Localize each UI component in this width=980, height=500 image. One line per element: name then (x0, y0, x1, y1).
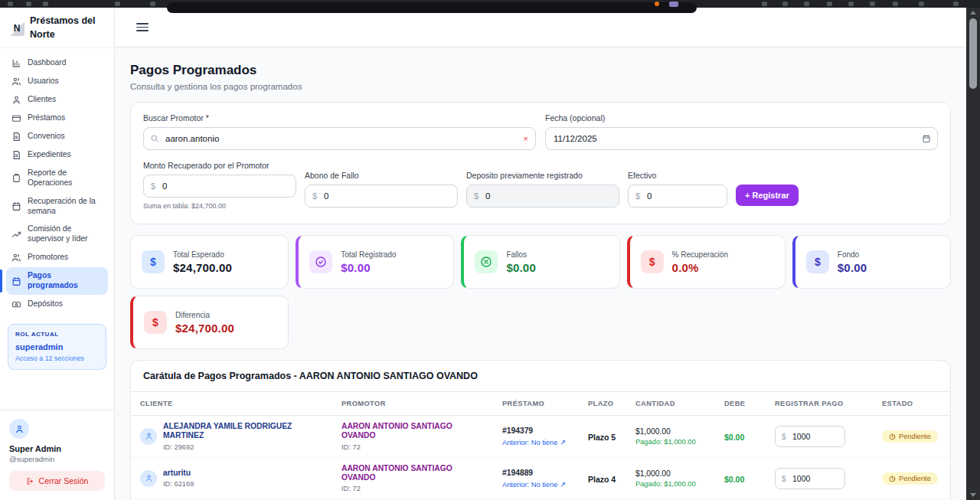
sidebar-item-pagos-programados[interactable]: Pagos programados (6, 267, 108, 295)
hamburger-menu-icon[interactable] (136, 21, 149, 34)
sidebar-item-label: Recuperación de la semana (28, 197, 103, 217)
dollar-icon: $ (142, 250, 165, 273)
stat-card-fallos: Fallos $0.00 (461, 235, 619, 289)
date-label: Fecha (opcional) (545, 113, 938, 123)
browser-icon[interactable] (8, 2, 13, 6)
page-content: Pagos Programados Consulta y gestiona lo… (115, 47, 966, 500)
clipboard-icon (11, 173, 21, 183)
payments-table: CLIENTE PROMOTOR PRÉSTAMO PLAZO CANTIDAD… (131, 392, 950, 500)
app-topbar (115, 8, 966, 47)
logout-icon (26, 477, 34, 485)
browser-icon[interactable] (919, 2, 924, 6)
previous-loan-link[interactable]: Anterior: No tiene ↗ (502, 480, 570, 489)
sidebar-item-depositos[interactable]: Depósitos (6, 296, 108, 313)
stat-card-diferencia: $ Diferencia $24,700.00 (130, 296, 289, 349)
avatar (9, 419, 29, 439)
status-label: Pendiente (899, 433, 931, 440)
browser-icon[interactable] (150, 2, 155, 6)
user-icon (11, 95, 21, 105)
browser-icon[interactable] (870, 2, 875, 6)
browser-icon[interactable] (115, 2, 120, 6)
previous-loan-link[interactable]: Anterior: No tiene ↗ (502, 438, 570, 446)
client-id: ID: 29692 (163, 443, 323, 451)
sidebar-item-clientes[interactable]: Clientes (6, 91, 108, 109)
profile-icon[interactable] (669, 2, 678, 7)
browser-icon[interactable] (893, 2, 898, 6)
sidebar-item-comision[interactable]: Comisión de supervisor y líder (6, 221, 108, 248)
promoter-id: ID: 72 (341, 485, 484, 492)
stat-label: Total Registrado (341, 250, 396, 259)
logo-text: Préstamos del Norte (30, 15, 105, 41)
logout-button[interactable]: Cerrar Sesión (9, 471, 105, 491)
loan-number[interactable]: #194379 (502, 426, 570, 435)
browser-icon[interactable] (827, 2, 832, 6)
address-bar[interactable] (167, 2, 697, 13)
abono-input[interactable] (305, 185, 458, 208)
extension-icon[interactable] (655, 2, 659, 6)
promoter-name: AARON ANTONIO SANTIAGO OVANDO (341, 464, 484, 483)
browser-icon[interactable] (804, 2, 809, 6)
sidebar-item-reporte-operaciones[interactable]: Reporte de Operaciones (6, 165, 108, 192)
users-icon (11, 253, 21, 263)
client-name[interactable]: arturitu (163, 469, 194, 478)
user-icon (15, 424, 24, 434)
sidebar-item-convenios[interactable]: Convenios (6, 128, 108, 145)
page-title: Pagos Programados (130, 63, 951, 78)
clock-icon (889, 433, 896, 440)
calendar-picker-icon[interactable] (922, 134, 931, 143)
date-input[interactable] (545, 127, 938, 150)
browser-icon[interactable] (782, 2, 788, 6)
stat-value: $0.00 (838, 261, 867, 274)
stat-card-total-registrado: Total Registrado $0.00 (296, 235, 454, 289)
page-scrollbar[interactable] (966, 8, 980, 500)
currency-prefix: $ (474, 191, 479, 201)
stat-card-total-esperado: $ Total Esperado $24,700.00 (130, 235, 289, 289)
sidebar-item-prestamos[interactable]: Préstamos (6, 109, 108, 127)
currency-prefix: $ (635, 191, 640, 201)
paid-value: Pagado: $1,000.00 (635, 480, 706, 488)
promoter-search-input[interactable] (143, 127, 536, 150)
sidebar-item-recuperacion-semana[interactable]: Recuperación de la semana (6, 193, 108, 221)
col-header-cantidad: CANTIDAD (626, 392, 715, 416)
col-header-plazo: PLAZO (579, 392, 626, 416)
scrollbar-thumb[interactable] (969, 18, 977, 89)
sidebar-item-promotores[interactable]: Promotores (6, 249, 108, 266)
x-circle-icon (475, 250, 498, 273)
app-window: N Préstamos del Norte Dashboard Usuarios… (0, 8, 966, 500)
efectivo-input[interactable] (628, 185, 727, 208)
sidebar-item-dashboard[interactable]: Dashboard (6, 54, 108, 72)
loan-number[interactable]: #194889 (502, 469, 570, 477)
col-header-debe: DEBE (715, 392, 766, 416)
scroll-up-arrow[interactable] (970, 11, 976, 15)
stat-card-recuperacion: $ % Recuperación 0.0% (627, 235, 786, 289)
scroll-down-arrow[interactable] (970, 493, 976, 497)
stats-row: $ Total Esperado $24,700.00 Total Regist… (130, 235, 951, 289)
status-badge: Pendiente (882, 430, 938, 443)
logo[interactable]: N Préstamos del Norte (0, 8, 114, 48)
dollar-icon: $ (641, 250, 664, 273)
sidebar-item-label: Pagos programados (28, 271, 103, 291)
logo-mark: N (9, 21, 24, 36)
sidebar-item-label: Expedientes (28, 150, 71, 160)
browser-icon[interactable] (43, 2, 48, 6)
promoter-id: ID: 72 (341, 443, 484, 451)
browser-icon[interactable] (848, 2, 854, 6)
currency-prefix: $ (312, 191, 317, 201)
browser-icon[interactable] (953, 2, 959, 6)
bar-chart-icon (11, 58, 21, 68)
efectivo-label: Efectivo (628, 171, 727, 180)
role-access: Acceso a 12 secciones (15, 355, 99, 362)
sidebar-item-expedientes[interactable]: Expedientes (6, 146, 108, 164)
register-button[interactable]: + Registrar (736, 185, 799, 206)
client-name[interactable]: ALEJANDRA YAMILE RODRIGUEZ MARTINEZ (163, 422, 323, 441)
abono-label: Abono de Fallo (305, 171, 458, 180)
browser-icon[interactable] (26, 2, 31, 6)
browser-icon[interactable] (762, 2, 767, 6)
dollar-icon: $ (144, 311, 167, 334)
stats-row-2: $ Diferencia $24,700.00 (130, 296, 951, 349)
monto-input[interactable] (143, 175, 296, 198)
sidebar-item-usuarios[interactable]: Usuarios (6, 73, 108, 90)
clear-search-icon[interactable]: × (524, 135, 528, 143)
promoter-name: AARON ANTONIO SANTIAGO OVANDO (341, 422, 484, 441)
role-name: superadmin (15, 342, 99, 351)
